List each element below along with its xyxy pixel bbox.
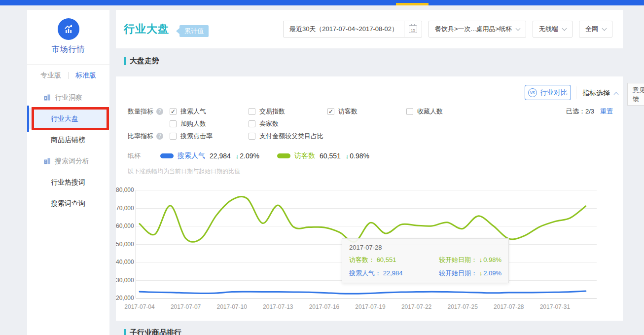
date-range-picker[interactable]: 最近30天（2017-07-04~2017-08-02） 15 [283,21,422,37]
y-axis-label: 70,000 [116,205,133,212]
sidebar-item-search-word-query[interactable]: 搜索词查询 [27,193,109,214]
building-icon [43,94,51,101]
checkbox-search-ctr[interactable]: 搜索点击率 [170,132,213,141]
help-icon[interactable]: ? [156,108,163,115]
sidebar-item-product-shop-rank[interactable]: 商品店铺榜 [27,129,109,150]
x-axis-label: 2017-07-28 [487,303,531,310]
vs-icon: vs [528,88,537,97]
legend-pill-blue [160,153,174,158]
selected-count: 已选：2/3 重置 [566,107,613,116]
sidebar-item-label: 搜索词分析 [55,157,89,166]
legend-name: 搜索人气 [178,151,205,160]
legend-change: 2.09% [240,152,259,160]
sidebar-item-label: 行业热搜词 [51,178,85,187]
edition-tabs: 专业版 标准版 [27,64,109,86]
legend-value: 60,551 [320,152,341,160]
calendar-button[interactable]: 15 [404,21,422,37]
checkbox-label: 支付金额较父类目占比 [259,132,323,141]
building-icon [43,157,51,165]
y-axis-label: 40,000 [116,259,133,265]
x-axis-label: 2017-07-04 [117,303,162,310]
date-range-value: 最近30天（2017-07-04~2017-08-02） [284,25,404,34]
tab-divider [68,72,69,79]
sidebar-item-hot-search-words[interactable]: 行业热搜词 [27,172,109,193]
help-icon[interactable]: ? [156,133,163,140]
y-axis-label: 20,000 [116,295,133,301]
chart-glyph [62,23,75,36]
tooltip-row-search: 搜索人气： 22,984 较开始日期： ↓2.09% [349,269,501,278]
app-window: 市场行情 专业版 标准版 行业洞察 行业大盘 商品店铺榜 [0,0,644,335]
x-axis-label: 2017-07-25 [440,303,485,310]
checkbox-box[interactable] [327,108,334,115]
legend-pill-green [277,153,290,158]
category-select[interactable]: 餐饮具>一次...桌用品>纸杯 [429,21,526,37]
legend-item-search-popularity[interactable]: 搜索人气 22,984 ↓ 2.09% [160,151,259,160]
metric-select-toggle[interactable]: 指标选择 [582,89,619,98]
x-axis-label: 2017-07-13 [256,303,300,310]
checkbox-favorite-count[interactable]: 收藏人数 [406,107,443,116]
checkbox-box[interactable] [170,133,177,140]
checkbox-search-popularity[interactable]: 搜索人气 [170,107,206,116]
industry-compare-button[interactable]: vs 行业对比 [525,85,571,100]
legend-name: 访客数 [294,151,315,160]
chart-legend: 纸杯 搜索人气 22,984 ↓ 2.09% 访客数 60,551 ↓ 0.98… [128,151,387,160]
scope-value: 全网 [579,25,598,34]
checkbox-label: 卖家数 [259,119,279,128]
checkbox-box[interactable] [406,108,413,115]
brand: 市场行情 [27,10,109,55]
chart-tooltip: 2017-07-28 访客数： 60,551 较开始日期： ↓0.98% 搜索人… [342,238,509,283]
checkbox-payment-parent-ratio[interactable]: 支付金额较父类目占比 [249,132,323,141]
section-title-text: 大盘走势 [130,56,159,66]
calendar-icon: 15 [409,25,417,33]
x-axis-label: 2017-07-19 [348,303,393,310]
checkbox-box[interactable] [249,108,255,115]
checkbox-label: 访客数 [338,107,358,116]
section-accent-bar [124,57,126,65]
checkbox-visitor-count[interactable]: 访客数 [327,107,358,116]
chevron-down-icon [516,26,521,31]
tab-standard[interactable]: 标准版 [75,71,96,80]
checkbox-add-cart-count[interactable]: 加购人数 [170,119,206,128]
reset-link[interactable]: 重置 [600,107,613,116]
checkbox-label: 加购人数 [180,119,206,128]
section-header-trend: 大盘走势 [124,56,159,66]
brand-label: 市场行情 [27,44,109,55]
x-axis-label: 2017-07-10 [210,303,254,310]
x-axis-label: 2017-07-22 [394,303,439,310]
checkbox-label: 搜索人气 [180,107,206,116]
legend-value: 22,984 [210,152,231,160]
checkbox-transaction-index[interactable]: 交易指数 [249,107,285,116]
annotation-highlight-box [32,107,109,130]
filter-controls: 最近30天（2017-07-04~2017-08-02） 15 餐饮具>一次..… [283,21,612,37]
checkbox-label: 收藏人数 [417,107,443,116]
checkbox-box[interactable] [170,108,177,115]
tab-professional[interactable]: 专业版 [40,71,61,80]
checkbox-seller-count[interactable]: 卖家数 [249,119,279,128]
x-axis-label: 2017-07-31 [533,303,577,310]
checkbox-box[interactable] [170,120,177,127]
chart-note: 以下涨跌幅均为当前日期与起始日期的比值 [128,167,240,176]
page-header: 行业大盘 累计值 最近30天（2017-07-04~2017-08-02） 15… [116,10,623,48]
legend-item-visitor-count[interactable]: 访客数 60,551 ↓ 0.98% [277,151,369,160]
section-accent-bar [124,329,126,335]
sidebar-menu: 行业洞察 行业大盘 商品店铺榜 搜索词分析 行业热搜词 搜索词查询 [27,87,109,214]
sidebar-item-industry-insight[interactable]: 行业洞察 [27,87,109,108]
terminal-select[interactable]: 无线端 [533,21,572,37]
checkbox-box[interactable] [249,120,255,127]
series-line-访客数 [140,196,586,242]
badge-arrow [176,28,179,34]
sidebar-item-search-word-analysis[interactable]: 搜索词分析 [27,150,109,172]
feedback-button[interactable]: 意见反馈 [627,83,644,106]
terminal-value: 无线端 [533,25,558,34]
chevron-up-icon [614,92,619,97]
next-section-title-text: 子行业商品排行 [130,328,181,335]
down-arrow-icon: ↓ [236,152,239,160]
down-arrow-icon: ↓ [479,269,483,277]
checkbox-label: 交易指数 [259,107,285,116]
scope-select[interactable]: 全网 [579,21,612,37]
checkbox-label: 搜索点击率 [180,132,213,141]
checkbox-box[interactable] [249,133,255,140]
down-arrow-icon: ↓ [479,256,483,263]
series-line-搜索人气 [140,291,586,294]
metric-select-label: 指标选择 [582,89,610,98]
